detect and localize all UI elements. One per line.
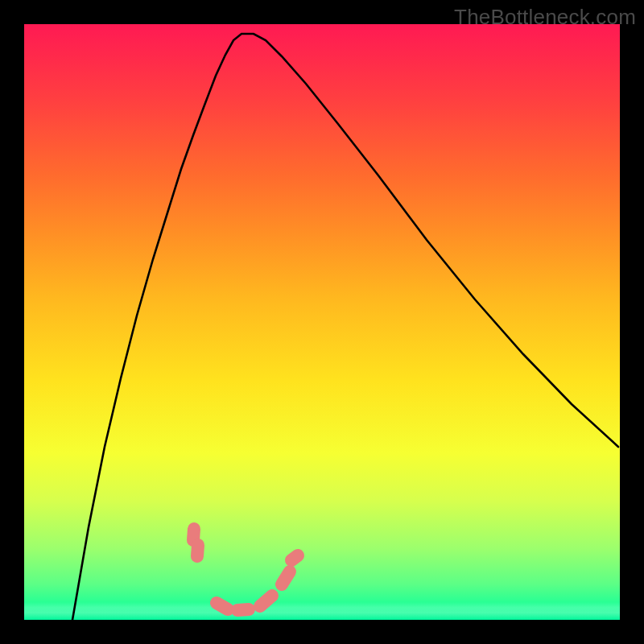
chart-frame: TheBottleneck.com xyxy=(0,0,644,644)
watermark-text: TheBottleneck.com xyxy=(454,5,636,30)
plot-area xyxy=(24,24,620,620)
marker-capsule xyxy=(260,596,272,606)
marker-capsule xyxy=(237,609,249,610)
marker-cluster xyxy=(193,529,298,610)
marker-capsule xyxy=(193,529,194,540)
marker-capsule xyxy=(197,545,198,556)
bottleneck-curve xyxy=(72,34,618,620)
marker-capsule xyxy=(282,572,290,584)
curve-layer xyxy=(24,24,620,620)
marker-capsule xyxy=(291,555,298,560)
marker-capsule xyxy=(217,603,228,609)
